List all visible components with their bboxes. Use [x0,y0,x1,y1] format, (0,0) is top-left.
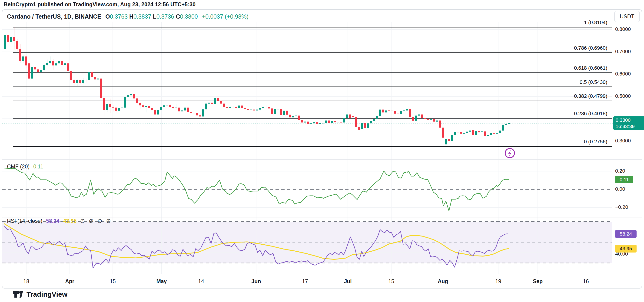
rsi-value-badge: 58.24 [615,230,636,238]
rsi-empty-values: ∅ ∅ ∅ ∅ [80,218,111,224]
tradingview-footer[interactable]: TradingView [12,290,68,298]
flash-idea-icon[interactable] [505,148,514,158]
rsi-indicator-name: RSI (14, close) [7,218,42,224]
tradingview-logo-icon [12,291,23,298]
last-price-badge: 0.3800 16:33:39 [613,116,644,130]
cmf-indicator-value: 0.11 [33,164,43,170]
last-price-value: 0.3800 [616,117,644,123]
cmf-badge-value: 0.11 [620,177,629,182]
bar-countdown: 16:33:39 [616,123,644,129]
rsi-ma-badge-value: 43.95 [620,246,632,251]
rsi-indicator-header[interactable]: RSI (14, close) 58.24 43.95 ∅ ∅ ∅ ∅ [7,218,111,224]
tradingview-brand-text: TradingView [26,290,68,298]
currency-toggle-label: USDT [620,13,634,20]
fib-retracement-lines [13,27,612,146]
chart-canvas[interactable] [0,0,644,302]
cmf-indicator-header[interactable]: CMF (20) 0.11 [7,164,43,170]
candlestick-series [4,27,510,145]
cmf-value-badge: 0.11 [615,176,633,183]
rsi-indicator-value: 58.24 [46,218,60,224]
rsi-ma-value-badge: 43.95 [615,245,636,253]
rsi-badge-value: 58.24 [620,231,632,237]
rsi-ma-indicator-value: 43.95 [63,218,77,224]
cmf-indicator-name: CMF (20) [7,164,30,170]
currency-toggle-button[interactable]: USDT [614,11,640,22]
